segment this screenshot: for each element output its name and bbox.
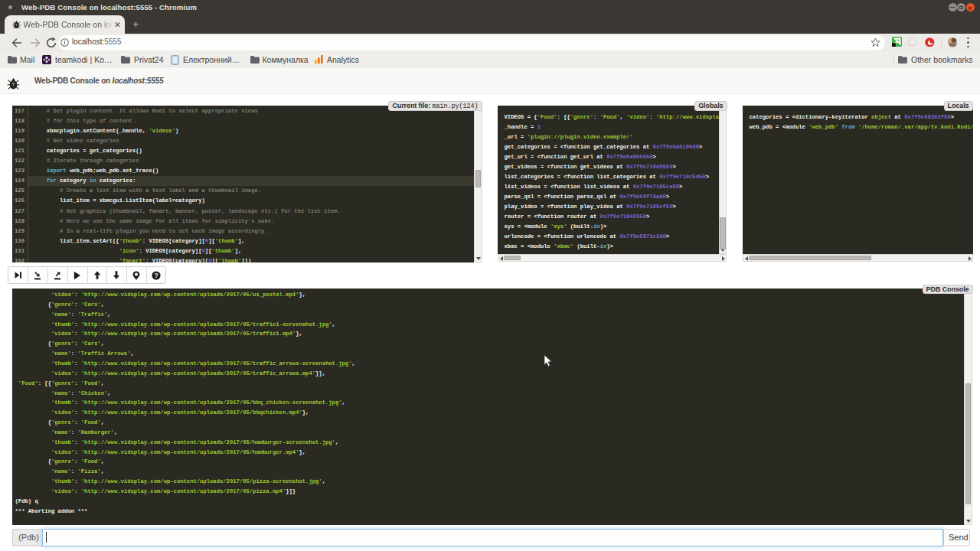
svg-text:?: ? [155,272,158,279]
